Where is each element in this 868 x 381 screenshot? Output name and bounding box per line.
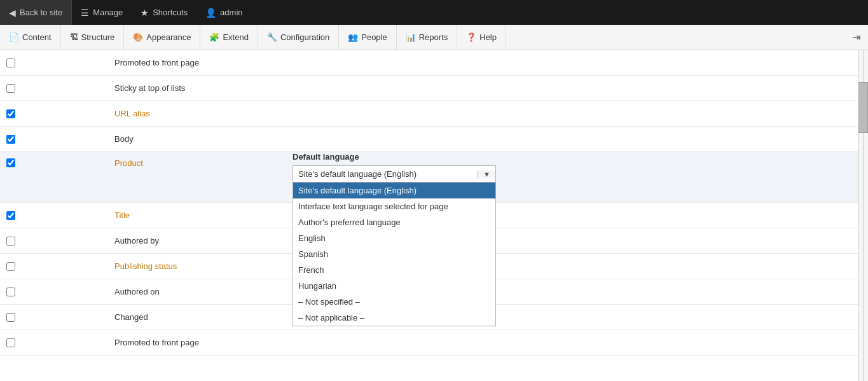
dropdown-list: Site's default language (English) Interf… bbox=[293, 183, 496, 326]
shortcuts-link[interactable]: ★ Shortcuts bbox=[132, 0, 196, 25]
authored-by-checkbox-wrapper bbox=[6, 237, 25, 246]
scrollbar-thumb[interactable] bbox=[858, 82, 868, 133]
dropdown-option-spanish[interactable]: Spanish bbox=[293, 246, 495, 262]
nav-toggle-button[interactable]: ⇥ bbox=[844, 25, 868, 50]
nav-help[interactable]: ❓ Help bbox=[457, 25, 506, 50]
product-checkbox[interactable] bbox=[6, 158, 15, 167]
nav-spacer bbox=[506, 25, 844, 50]
dropdown-option-french[interactable]: French bbox=[293, 262, 495, 278]
user-icon: 👤 bbox=[205, 8, 216, 18]
title-label: Title bbox=[114, 211, 130, 220]
url-alias-label: URL alias bbox=[114, 109, 150, 118]
authored-by-label: Authored by bbox=[114, 236, 159, 246]
sticky-checkbox[interactable] bbox=[6, 84, 15, 93]
content-area: Promoted to front page Sticky at top of … bbox=[0, 50, 868, 381]
dropdown-option-site-default[interactable]: Site's default language (English) bbox=[293, 183, 495, 198]
table-row: Body bbox=[0, 127, 868, 152]
help-icon: ❓ bbox=[466, 32, 476, 42]
publishing-status-checkbox-wrapper bbox=[6, 262, 25, 271]
nav-reports[interactable]: 📊 Reports bbox=[397, 25, 458, 50]
changed-label: Changed bbox=[114, 312, 148, 322]
promoted-checkbox[interactable] bbox=[6, 59, 15, 67]
promoted2-checkbox[interactable] bbox=[6, 338, 15, 347]
title-checkbox-wrapper bbox=[6, 211, 25, 220]
nav-content-label: Content bbox=[22, 32, 52, 42]
admin-bar: ◀ Back to site ☰ Manage ★ Shortcuts 👤 ad… bbox=[0, 0, 868, 25]
publishing-status-label: Publishing status bbox=[114, 261, 177, 271]
manage-link[interactable]: ☰ Manage bbox=[72, 0, 132, 25]
nav-configuration[interactable]: 🔧 Configuration bbox=[258, 25, 339, 50]
nav-appearance[interactable]: 🎨 Appearance bbox=[124, 25, 200, 50]
back-to-site-label: Back to site bbox=[20, 8, 62, 17]
reports-icon: 📊 bbox=[406, 32, 416, 42]
body-checkbox-wrapper bbox=[6, 135, 25, 144]
dropdown-label: Default language bbox=[293, 152, 496, 162]
dropdown-option-not-applicable[interactable]: – Not applicable – bbox=[293, 310, 495, 326]
structure-icon: 🏗 bbox=[70, 32, 78, 42]
product-checkbox-wrapper bbox=[6, 157, 25, 167]
dropdown-arrow-icon[interactable]: ▼ bbox=[478, 170, 495, 178]
dropdown-select-wrapper: Site's default language (English) ▼ bbox=[293, 165, 496, 183]
nav-appearance-label: Appearance bbox=[146, 32, 191, 42]
product-label: Product bbox=[114, 158, 143, 168]
nav-extend[interactable]: 🧩 Extend bbox=[200, 25, 258, 50]
authored-on-checkbox-wrapper bbox=[6, 287, 25, 296]
shortcuts-label: Shortcuts bbox=[153, 8, 188, 17]
table-row: Sticky at top of lists bbox=[0, 76, 868, 101]
default-language-dropdown-container: Default language Site's default language… bbox=[293, 152, 496, 326]
nav-help-label: Help bbox=[479, 32, 497, 42]
sticky-checkbox-wrapper bbox=[6, 84, 25, 93]
back-to-site-link[interactable]: ◀ Back to site bbox=[0, 0, 72, 25]
authored-by-checkbox[interactable] bbox=[6, 237, 15, 246]
body-checkbox[interactable] bbox=[6, 135, 15, 144]
back-arrow-icon: ◀ bbox=[9, 8, 16, 18]
dropdown-option-hungarian[interactable]: Hungarian bbox=[293, 278, 495, 294]
star-icon: ★ bbox=[141, 8, 149, 18]
nav-structure-label: Structure bbox=[81, 32, 115, 42]
publishing-status-checkbox[interactable] bbox=[6, 262, 15, 271]
body-label: Body bbox=[114, 134, 134, 144]
configuration-icon: 🔧 bbox=[267, 32, 277, 42]
appearance-icon: 🎨 bbox=[133, 32, 143, 42]
content-icon: 📄 bbox=[9, 32, 19, 42]
url-alias-checkbox[interactable] bbox=[6, 109, 15, 118]
authored-on-label: Authored on bbox=[114, 287, 160, 296]
nav-configuration-label: Configuration bbox=[280, 32, 329, 42]
changed-checkbox[interactable] bbox=[6, 313, 15, 322]
table-row: URL alias bbox=[0, 101, 868, 127]
main-nav: 📄 Content 🏗 Structure 🎨 Appearance 🧩 Ext… bbox=[0, 25, 868, 50]
menu-icon: ☰ bbox=[81, 8, 89, 18]
table-row: Promoted to front page bbox=[0, 50, 868, 76]
nav-extend-label: Extend bbox=[223, 32, 248, 42]
dropdown-option-author-preferred[interactable]: Author's preferred language bbox=[293, 214, 495, 230]
nav-people[interactable]: 👥 People bbox=[339, 25, 396, 50]
promoted-label: Promoted to front page bbox=[114, 58, 199, 67]
url-alias-checkbox-wrapper bbox=[6, 109, 25, 118]
people-icon: 👥 bbox=[348, 32, 358, 42]
admin-link[interactable]: 👤 admin bbox=[196, 0, 251, 25]
nav-reports-label: Reports bbox=[419, 32, 448, 42]
authored-on-checkbox[interactable] bbox=[6, 287, 15, 296]
changed-checkbox-wrapper bbox=[6, 313, 25, 322]
promoted-checkbox-wrapper bbox=[6, 59, 25, 67]
dropdown-option-interface-text[interactable]: Interface text language selected for pag… bbox=[293, 198, 495, 214]
promoted2-checkbox-wrapper bbox=[6, 338, 25, 347]
dropdown-option-not-specified[interactable]: – Not specified – bbox=[293, 294, 495, 310]
scrollbar-track bbox=[858, 50, 868, 381]
promoted2-label: Promoted to front page bbox=[114, 338, 199, 347]
manage-label: Manage bbox=[93, 8, 123, 17]
dropdown-current-value: Site's default language (English) bbox=[293, 166, 478, 182]
sticky-label: Sticky at top of lists bbox=[114, 83, 185, 93]
title-checkbox[interactable] bbox=[6, 211, 15, 220]
nav-structure[interactable]: 🏗 Structure bbox=[61, 25, 125, 50]
admin-label: admin bbox=[220, 8, 242, 17]
nav-content[interactable]: 📄 Content bbox=[0, 25, 61, 50]
nav-people-label: People bbox=[361, 32, 387, 42]
table-row: Promoted to front page bbox=[0, 330, 868, 356]
dropdown-option-english[interactable]: English bbox=[293, 230, 495, 246]
extend-icon: 🧩 bbox=[209, 32, 219, 42]
